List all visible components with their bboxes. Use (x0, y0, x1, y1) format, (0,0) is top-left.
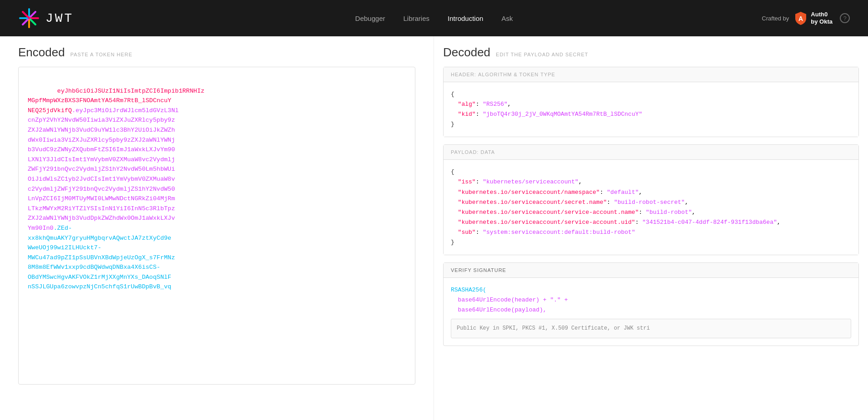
header-kid-val: "jboTQ4r30j_2jV_0WKqMOAmtYA54Rm7RtB_lSDC… (483, 111, 642, 118)
payload-ns-val: "default" (607, 189, 639, 196)
logo-area: JWT (18, 7, 74, 29)
svg-line-3 (29, 18, 35, 25)
header: JWT Debugger Libraries Introduction Ask … (0, 0, 868, 36)
payload-secret-key: "kubernetes.io/serviceaccount/secret.nam… (458, 199, 607, 206)
verify-func-text: RSASHA256( (451, 287, 486, 293)
main-content: Encoded PASTE A TOKEN HERE eyJhbGciOiJSU… (0, 36, 868, 420)
svg-text:A: A (798, 15, 803, 22)
token-payload-part: eyJpc3MiOiJrdWJlcm5ldGVzL3Nl cnZpY2VhY2N… (28, 107, 179, 232)
encoded-text[interactable]: eyJhbGciOiJSUzI1NiIsImtpZCI6Impib1RRNHIz… (28, 76, 406, 302)
payload-svc-name-key: "kubernetes.io/serviceaccount/service-ac… (458, 209, 639, 216)
header-label-text: HEADER: (451, 72, 476, 77)
help-icon[interactable]: ? (840, 13, 850, 23)
header-alg-val: "RS256" (483, 101, 508, 108)
payload-section-content[interactable]: { "iss": "kubernetes/serviceaccount", "k… (444, 160, 858, 255)
svg-line-7 (23, 12, 29, 18)
payload-iss-val: "kubernetes/serviceaccount" (483, 178, 579, 185)
crafted-area: Crafted by A Auth0by Okta ? (762, 11, 850, 25)
payload-label-text: PAYLOAD: (451, 149, 479, 155)
payload-svc-name-val: "build-robot" (646, 209, 692, 216)
header-section-box: HEADER: ALGORITHM & TOKEN TYPE { "alg": … (443, 67, 859, 137)
header-kid-key: "kid" (458, 111, 476, 118)
verify-label: VERIFY SIGNATURE (444, 263, 858, 278)
jwt-logo-icon (18, 7, 40, 29)
verify-content[interactable]: RSASHA256( base64UrlEncode(header) + "."… (444, 278, 858, 346)
payload-sublabel-text: DATA (480, 149, 495, 155)
nav-debugger[interactable]: Debugger (355, 15, 385, 22)
encoded-subtitle: PASTE A TOKEN HERE (70, 52, 133, 57)
payload-section-box: PAYLOAD: DATA { "iss": "kubernetes/servi… (443, 144, 859, 255)
payload-open-brace: { (451, 168, 454, 175)
encoded-panel: Encoded PASTE A TOKEN HERE eyJhbGciOiJSU… (0, 36, 434, 420)
auth0-shield-icon: A (793, 11, 808, 25)
header-close-brace: } (451, 121, 454, 128)
decoded-panel: Decoded EDIT THE PAYLOAD AND SECRET HEAD… (434, 36, 868, 420)
payload-uid-val: "341521b4-c047-4ddf-824f-931f13dba6ea" (642, 219, 777, 226)
payload-section-label: PAYLOAD: DATA (444, 145, 858, 160)
header-section-content[interactable]: { "alg": "RS256", "kid": "jboTQ4r30j_2jV… (444, 82, 858, 137)
header-sublabel-text: ALGORITHM & TOKEN TYPE (478, 72, 555, 77)
public-key-box[interactable]: Public Key in SPKI, PKCS #1, X.509 Certi… (451, 319, 851, 338)
main-nav: Debugger Libraries Introduction Ask (355, 15, 513, 22)
nav-introduction[interactable]: Introduction (448, 15, 483, 22)
encoded-header: Encoded PASTE A TOKEN HERE (18, 45, 415, 59)
logo-text: JWT (45, 11, 74, 25)
verify-line1: base64UrlEncode(header) + "." + (458, 296, 568, 303)
payload-ns-key: "kubernetes.io/serviceaccount/namespace" (458, 189, 600, 196)
decoded-header: Decoded EDIT THE PAYLOAD AND SECRET (443, 45, 859, 59)
decoded-subtitle: EDIT THE PAYLOAD AND SECRET (496, 52, 588, 57)
payload-close-brace: } (451, 239, 454, 246)
token-dot2: . (54, 225, 57, 232)
nav-libraries[interactable]: Libraries (403, 15, 429, 22)
payload-uid-key: "kubernetes.io/serviceaccount/service-ac… (458, 219, 635, 226)
svg-line-1 (29, 12, 35, 18)
encoded-title: Encoded (18, 45, 65, 59)
encoded-box[interactable]: eyJhbGciOiJSUzI1NiIsImtpZCI6Impib1RRNHIz… (18, 67, 415, 385)
nav-ask[interactable]: Ask (501, 15, 513, 22)
payload-sub-val: "system:serviceaccount:default:build-rob… (483, 229, 635, 236)
verify-line2: base64UrlEncode(payload), (458, 306, 547, 313)
payload-iss-key: "iss" (458, 178, 476, 185)
crafted-by-label: Crafted by (762, 15, 789, 22)
decoded-title: Decoded (443, 45, 490, 59)
payload-sub-key: "sub" (458, 229, 476, 236)
auth0-logo: A Auth0by Okta (793, 11, 833, 25)
token-signature-part: ZEd- xx8khQmuAKY7gryuHMgbqrvAQwctJA7ztXy… (28, 225, 175, 291)
payload-secret-val: "build-robot-secret" (614, 199, 685, 206)
auth0-name: Auth0by Okta (811, 11, 833, 25)
verify-section: VERIFY SIGNATURE RSASHA256( base64UrlEnc… (443, 262, 859, 346)
header-open-brace: { (451, 91, 454, 98)
svg-line-5 (23, 18, 29, 25)
header-section-label: HEADER: ALGORITHM & TOKEN TYPE (444, 67, 858, 82)
header-alg-key: "alg" (458, 101, 476, 108)
